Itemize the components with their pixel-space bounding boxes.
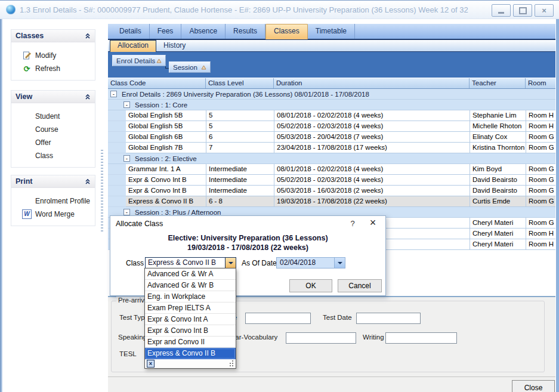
cell-teacher: Michelle Rhoton [470, 121, 526, 132]
sidebar-item-student[interactable]: Student [11, 110, 95, 123]
group-by-session[interactable]: Session [169, 61, 211, 73]
column-header-teacher[interactable]: Teacher [470, 78, 526, 88]
cancel-button[interactable]: Cancel [338, 279, 382, 292]
dropdown-option-expr-convo-int-b[interactable]: Expr & Convo Int B [145, 325, 236, 337]
session-group-row[interactable]: -Session : 1: Core [108, 100, 555, 110]
tab-absence[interactable]: Absence [181, 24, 226, 39]
sort-asc-icon [156, 58, 162, 63]
writing-label: Writing [363, 334, 384, 341]
sidebar-item-enrolment-profile[interactable]: Enrolment Profile [11, 195, 95, 208]
collapse-expander-icon[interactable]: - [123, 209, 130, 215]
help-icon[interactable]: ? [348, 219, 357, 228]
class-row[interactable]: Global English 5B508/01/2018 - 02/02/201… [108, 110, 555, 121]
sidebar-item-class[interactable]: Class [11, 149, 95, 162]
collapse-chevron-icon[interactable] [85, 94, 91, 100]
restore-icon [519, 7, 527, 14]
sidebar-item-label: Class [35, 152, 53, 160]
tab-results[interactable]: Results [226, 24, 265, 39]
collapse-expander-icon[interactable]: - [123, 155, 130, 162]
dropdown-option-advanced-gr-wr-a[interactable]: Advanced Gr & Wr A [145, 268, 236, 280]
tab-classes[interactable]: Classes [265, 24, 308, 39]
row-indent-gutter [108, 121, 126, 132]
class-combobox-dropdown-button[interactable] [225, 258, 236, 268]
close-button[interactable]: Close [512, 380, 555, 392]
resize-grip-icon[interactable] [227, 360, 233, 366]
cell-room: Room H - [526, 121, 555, 132]
sidebar-panel-classes: Classes Modify ⟳ Refresh [11, 29, 95, 81]
sidebar-item-offer[interactable]: Offer [11, 136, 95, 149]
panel-header-print[interactable]: Print [11, 175, 95, 188]
writing-input[interactable] [385, 332, 457, 344]
row-indent-gutter [108, 196, 126, 207]
session-label: Session : 3: Plus / Afternoon [135, 209, 221, 216]
dropdown-option-advanced-gr-wr-b[interactable]: Advanced Gr & Wr B [145, 280, 236, 291]
tab-fees[interactable]: Fees [150, 24, 182, 39]
sidebar-item-course[interactable]: Course [11, 123, 95, 136]
dropdown-option-expr-and-convo-ii[interactable]: Expr and Convo II [145, 337, 236, 348]
restore-button[interactable] [513, 4, 532, 17]
close-window-button[interactable]: × [535, 4, 554, 17]
sidebar-item-word-merge[interactable]: W Word Merge [11, 208, 95, 221]
column-header-class-code[interactable]: Class Code [108, 78, 206, 88]
cell-class-level: 6 [206, 132, 274, 143]
panel-header-view[interactable]: View [11, 91, 95, 103]
subtab-allocation[interactable]: Allocation [110, 40, 156, 52]
collapse-chevron-icon[interactable] [85, 178, 91, 184]
class-row[interactable]: Expr & Convo Int BIntermediate05/03/2018… [108, 186, 555, 196]
sidebar-splitter[interactable] [101, 150, 103, 233]
cell-class-level: 5 [206, 121, 274, 132]
cell-room: Room G - [526, 196, 555, 207]
session-group-row[interactable]: -Session : 2: Elective [108, 153, 555, 164]
test-date-input[interactable] [356, 313, 421, 324]
panel-header-classes[interactable]: Classes [11, 30, 95, 42]
class-row[interactable]: Expr & Convo Int BIntermediate05/02/2018… [108, 175, 555, 186]
cell-class-code: Grammar Int. 1 A [126, 164, 206, 175]
class-row[interactable]: Grammar Int. 1 AIntermediate08/01/2018 -… [108, 164, 555, 175]
tab-timetable[interactable]: Timetable [308, 24, 355, 39]
session-label: Session : 1: Core [135, 101, 187, 109]
clear-filter-icon[interactable]: × [147, 360, 155, 368]
class-row[interactable]: Global English 6B605/03/2018 - 20/04/201… [108, 132, 555, 143]
sidebar-item-label: Student [35, 112, 60, 121]
tab-details[interactable]: Details [112, 24, 150, 39]
grammar-vocabulary-input[interactable] [286, 332, 356, 344]
enrol-group-row[interactable]: -Enrol Details : 2869 University Prepara… [108, 89, 555, 100]
collapse-expander-icon[interactable]: - [123, 101, 130, 108]
class-row[interactable]: Global English 5B505/02/2018 - 02/03/201… [108, 121, 555, 132]
speaking-label: Speaking [118, 334, 147, 341]
dropdown-option-express-convo-ii-b[interactable]: Express & Convo II B [145, 348, 236, 359]
dropdown-option-exam-prep-ielts-a[interactable]: Exam Prep IELTS A [145, 303, 236, 314]
date-dropdown-button[interactable] [334, 258, 345, 268]
as-of-date-picker[interactable]: 02/04/2018 [276, 257, 345, 268]
cell-class-code: Expr & Convo Int B [126, 175, 206, 186]
cell-teacher: Curtis Emde [470, 196, 526, 207]
word-icon: W [22, 209, 32, 219]
class-label: Class [126, 259, 144, 267]
dialog-close-icon[interactable]: × [367, 217, 378, 229]
column-header-class-level[interactable]: Class Level [206, 78, 274, 88]
dropdown-option-expr-convo-int-a[interactable]: Expr & Convo Int A [145, 314, 236, 325]
cell-teacher: Cheryl Materi [470, 239, 526, 250]
subtab-history[interactable]: History [156, 40, 193, 51]
row-indent-gutter [108, 186, 126, 196]
score-input[interactable] [245, 313, 311, 324]
sidebar-item-refresh[interactable]: ⟳ Refresh [11, 62, 95, 75]
collapse-chevron-icon[interactable] [85, 33, 91, 39]
cell-duration: 05/02/2018 - 02/03/2018 (4 weeks) [274, 121, 470, 132]
cell-duration: 23/04/2018 - 17/08/2018 (17 weeks) [274, 143, 470, 153]
dropdown-option-eng-in-workplace[interactable]: Eng. in Workplace [145, 291, 236, 303]
minimize-button[interactable] [492, 4, 511, 17]
minimize-icon [498, 12, 504, 14]
sidebar-item-modify[interactable]: Modify [11, 49, 95, 62]
class-row[interactable]: Global English 7B723/04/2018 - 17/08/201… [108, 143, 555, 153]
class-row[interactable]: Express & Convo II B6 - 819/03/2018 - 17… [108, 196, 555, 207]
class-combobox[interactable]: Express & Convo II B [145, 257, 236, 268]
session-label: Session : 2: Elective [135, 155, 197, 162]
collapse-expander-icon[interactable]: - [110, 91, 117, 97]
cell-room: Room G - [526, 143, 555, 153]
ok-button[interactable]: OK [289, 279, 332, 292]
column-header-room[interactable]: Room [526, 78, 555, 88]
column-header-duration[interactable]: Duration [274, 78, 470, 88]
dialog-course-header: Elective: University Preparation (36 Les… [110, 234, 385, 242]
group-by-enrol-details[interactable]: Enrol Details [112, 55, 166, 66]
